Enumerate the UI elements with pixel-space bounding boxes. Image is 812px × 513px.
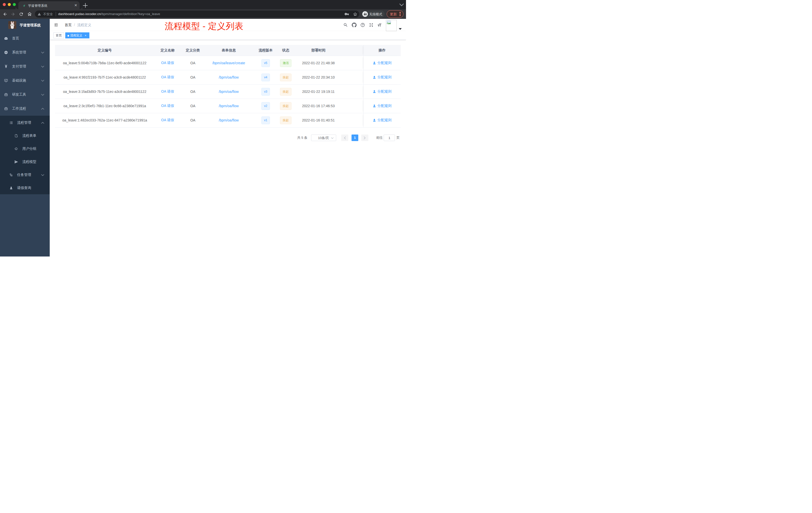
tab-title: 芋道管理系统	[28, 4, 48, 8]
sidebar: 芋道管理系统 首页系统管理支付管理基础设施研发工具工作流程 流程管理流程表单用户…	[0, 19, 50, 256]
cell-form-link[interactable]: /bpm/oa/flow	[205, 104, 253, 108]
version-badge: v1	[261, 117, 270, 124]
avatar-caret-icon[interactable]	[399, 28, 402, 30]
cell-version: v5	[253, 59, 279, 67]
sidebar-item-流程管理[interactable]: 流程管理	[0, 116, 50, 129]
browser-reload-button[interactable]	[19, 9, 24, 19]
pagination-next-button[interactable]	[361, 134, 368, 141]
cell-definition-name-link[interactable]: OA 请假	[154, 104, 181, 108]
status-badge: 挂起	[280, 88, 291, 96]
sidebar-item-流程表单[interactable]: 流程表单	[0, 129, 50, 142]
assign-rule-link[interactable]: 分配规则	[373, 75, 392, 80]
breadcrumb-home[interactable]: 首页	[65, 23, 72, 27]
cell-definition-name-link[interactable]: OA 请假	[154, 61, 181, 65]
cell-version: v2	[253, 102, 279, 110]
incognito-badge: 无痕模式	[361, 10, 385, 18]
tab-close-icon[interactable]: ✕	[74, 3, 78, 7]
sidebar-toggle-icon[interactable]	[54, 23, 58, 27]
sidebar-item-系统管理[interactable]: 系统管理	[0, 46, 50, 59]
sidebar-item-label: 流程管理	[17, 120, 31, 125]
table-row: oa_leave:4:991f2193-7b7f-11ec-a3c8-acde4…	[55, 70, 401, 85]
cell-form-link[interactable]: /bpm/oa/flow	[205, 118, 253, 122]
github-icon[interactable]	[351, 19, 356, 31]
assign-rule-link[interactable]: 分配规则	[373, 118, 392, 122]
window-close-button[interactable]	[3, 3, 6, 6]
pagination-page-1[interactable]: 1	[351, 134, 358, 141]
avatar[interactable]	[386, 20, 397, 31]
tag-close-icon[interactable]: ×	[84, 33, 87, 38]
fullscreen-icon[interactable]	[369, 19, 374, 31]
tag-流程定义[interactable]: 流程定义×	[65, 32, 89, 38]
help-icon[interactable]	[360, 19, 365, 31]
not-secure-label[interactable]: 不安全	[43, 12, 53, 17]
column-header: 定义编号	[55, 48, 154, 53]
assign-rule-link[interactable]: 分配规则	[373, 89, 392, 94]
new-tab-button[interactable]	[83, 3, 88, 8]
tab-favicon-icon	[23, 3, 26, 7]
cell-definition-name-link[interactable]: OA 请假	[154, 89, 181, 94]
window-minimize-button[interactable]	[8, 3, 11, 6]
browser-back-button[interactable]	[2, 9, 7, 19]
cell-status: 激活	[279, 59, 293, 67]
page-url[interactable]: dashboard.yudao.iocoder.cn/bpm/manager/d…	[58, 12, 160, 16]
tab-search-chevron-icon[interactable]	[399, 3, 404, 6]
browser-menu-icon[interactable]	[400, 12, 401, 16]
sidebar-item-label: 支付管理	[12, 64, 26, 69]
status-badge: 挂起	[280, 73, 291, 81]
browser-tab[interactable]: 芋道管理系统 ✕	[18, 1, 80, 9]
sidebar-item-用户分组[interactable]: 用户分组	[0, 142, 50, 155]
assign-rule-link[interactable]: 分配规则	[373, 104, 392, 108]
tag-active-dot	[67, 35, 69, 37]
pagination-goto-input[interactable]: 1	[384, 134, 395, 141]
sidebar-item-任务管理[interactable]: 任务管理	[0, 169, 50, 181]
sidebar-item-支付管理[interactable]: 支付管理	[0, 59, 50, 73]
cell-actions: 分配规则	[363, 85, 401, 99]
cell-definition-name-link[interactable]: OA 请假	[154, 118, 181, 122]
not-secure-warning-icon[interactable]	[38, 12, 41, 16]
sidebar-item-工作流程[interactable]: 工作流程	[0, 102, 50, 116]
address-bar[interactable]: 不安全 dashboard.yudao.iocoder.cn/bpm/manag…	[35, 10, 359, 18]
chevron-down-icon	[41, 80, 44, 82]
font-size-icon[interactable]	[377, 19, 382, 31]
cell-form-link[interactable]: /bpm/oa/flow	[205, 90, 253, 94]
assign-rule-link[interactable]: 分配规则	[373, 61, 392, 65]
bookmark-star-icon[interactable]	[352, 9, 357, 19]
browser-forward-button[interactable]	[10, 9, 15, 19]
sidebar-logo[interactable]: 芋道管理系统	[0, 19, 50, 31]
sidebar-item-首页[interactable]: 首页	[0, 31, 50, 46]
chevron-down-icon	[41, 52, 44, 54]
page-size-select[interactable]: 10条/页	[311, 134, 336, 141]
pagination-prev-button[interactable]	[341, 134, 348, 141]
breadcrumb-current: 流程定义	[77, 23, 91, 27]
sidebar-item-label: 任务管理	[17, 173, 31, 177]
sidebar-item-请假查询[interactable]: 请假查询	[0, 181, 50, 194]
send-icon	[14, 160, 18, 164]
cell-definition-id: oa_leave:4:991f2193-7b7f-11ec-a3c8-acde4…	[55, 75, 154, 79]
sidebar-item-label: 基础设施	[12, 78, 26, 83]
update-label: 更新	[390, 12, 397, 17]
browser-home-button[interactable]	[27, 9, 32, 19]
cell-deploy-time: 2022-01-22 21:48:38	[293, 61, 344, 65]
cell-version: v1	[253, 117, 279, 124]
robot-icon	[14, 147, 18, 151]
definition-table: 定义编号 定义名称 定义分类 表单信息 流程版本 状态 部署时间 操作 oa_l…	[55, 45, 401, 127]
column-header: 定义分类	[181, 48, 205, 53]
sidebar-submenu: 流程管理流程表单用户分组流程模型任务管理请假查询	[0, 116, 50, 194]
window-zoom-button[interactable]	[13, 3, 16, 6]
sidebar-item-基础设施[interactable]: 基础设施	[0, 73, 50, 88]
app-root: 芋道管理系统 首页系统管理支付管理基础设施研发工具工作流程 流程管理流程表单用户…	[0, 19, 406, 256]
tag-label: 流程定义	[70, 34, 82, 37]
sidebar-item-流程模型[interactable]: 流程模型	[0, 155, 50, 169]
browser-update-button[interactable]: 更新	[387, 10, 404, 18]
cell-definition-category: OA	[181, 90, 205, 94]
tag-首页[interactable]: 首页	[54, 32, 64, 38]
password-key-icon[interactable]	[344, 9, 349, 19]
sidebar-item-研发工具[interactable]: 研发工具	[0, 88, 50, 102]
monitor-icon	[4, 79, 8, 83]
cell-form-link[interactable]: /bpm/oa/flow	[205, 75, 253, 79]
sidebar-item-label: 请假查询	[17, 186, 31, 190]
browser-tab-strip: 芋道管理系统 ✕	[0, 0, 406, 9]
cell-definition-name-link[interactable]: OA 请假	[154, 75, 181, 80]
search-icon[interactable]	[343, 19, 348, 31]
cell-form-link[interactable]: /bpm/oa/leave/create	[205, 61, 253, 65]
